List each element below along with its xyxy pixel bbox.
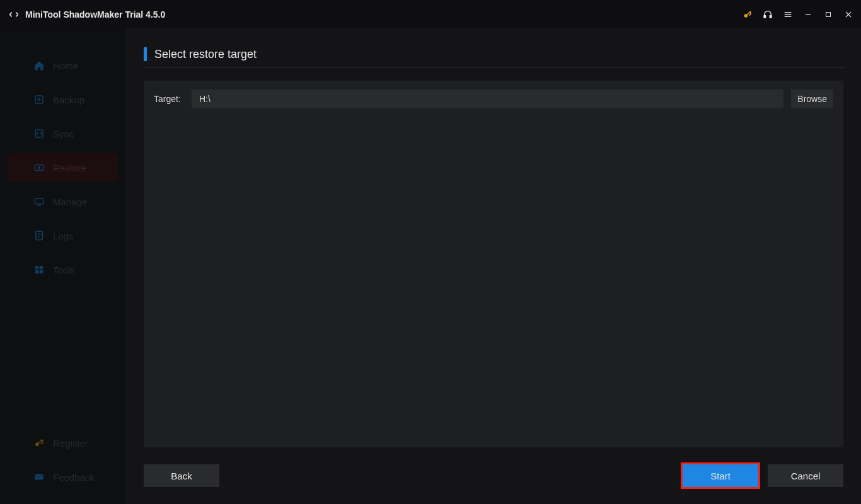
close-icon[interactable] [843,9,853,20]
target-row: Target: Browse [154,89,833,108]
footer-buttons: Back Start Cancel [144,462,843,489]
start-highlight-icon: Start [681,462,760,489]
headset-icon[interactable] [763,9,773,20]
sidebar-item-register[interactable]: Register [8,428,118,457]
svg-rect-2 [770,15,771,18]
maximize-icon[interactable] [823,9,833,20]
sidebar-item-label: Home [53,60,78,71]
sidebar-item-manage[interactable]: Manage [8,187,118,216]
sidebar-item-label: Feedback [53,472,95,483]
menu-icon[interactable] [783,9,793,20]
page-title: Select restore target [154,48,257,61]
heading-row: Select restore target [144,47,843,68]
restore-icon [33,161,45,174]
sidebar-item-label: Tools [53,265,75,275]
sidebar: Home Backup Sync Restore Manage [0,28,126,504]
sidebar-item-backup[interactable]: Backup [8,85,118,114]
home-icon [33,59,45,72]
minimize-icon[interactable] [803,9,813,20]
svg-rect-21 [35,270,38,273]
sync-icon [33,127,45,140]
svg-rect-7 [826,12,831,16]
sidebar-item-restore[interactable]: Restore [8,153,118,182]
svg-rect-22 [40,270,43,273]
sidebar-item-label: Manage [53,197,87,207]
main: Home Backup Sync Restore Manage [0,28,861,504]
sidebar-item-label: Register [53,438,88,449]
svg-rect-19 [35,266,38,269]
title-bar: MiniTool ShadowMaker Trial 4.5.0 [0,0,861,28]
sidebar-item-logs[interactable]: Logs [8,221,118,250]
back-button[interactable]: Back [144,464,219,487]
svg-rect-24 [35,474,43,480]
target-input[interactable] [192,89,783,108]
app-logo-icon [8,8,20,21]
mail-icon [33,471,45,483]
target-panel: Target: Browse [144,81,843,447]
browse-button[interactable]: Browse [791,89,833,108]
tools-icon [33,263,45,276]
sidebar-item-label: Restore [53,163,86,173]
cancel-button[interactable]: Cancel [768,464,843,487]
svg-rect-1 [764,15,766,18]
content: Select restore target Target: Browse Bac… [126,28,861,504]
sidebar-item-label: Backup [53,94,84,105]
backup-icon [33,93,45,106]
sidebar-item-tools[interactable]: Tools [8,255,118,284]
start-button[interactable]: Start [683,464,758,487]
svg-point-13 [38,167,40,169]
sidebar-item-home[interactable]: Home [8,51,118,80]
logs-icon [33,229,45,242]
svg-rect-14 [35,198,43,204]
key-icon [33,437,45,449]
sidebar-item-feedback[interactable]: Feedback [8,462,118,491]
heading-bar-icon [144,47,147,61]
sidebar-item-label: Logs [53,231,74,241]
manage-icon [33,195,45,208]
app-title: MiniTool ShadowMaker Trial 4.5.0 [25,9,165,20]
target-label: Target: [154,94,184,104]
sidebar-item-label: Sync [53,129,74,139]
sidebar-item-sync[interactable]: Sync [8,119,118,148]
key-icon[interactable] [743,9,753,20]
svg-rect-20 [40,266,43,269]
